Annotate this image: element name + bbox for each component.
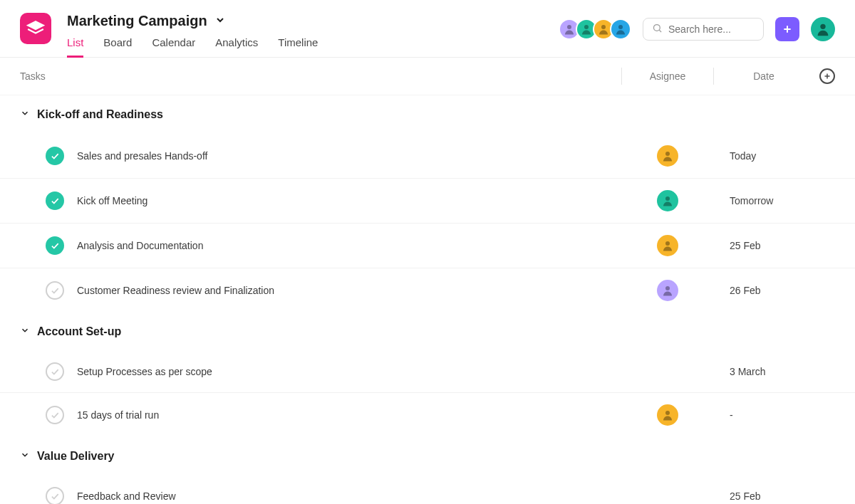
project-title[interactable]: Marketing Campaign [67, 13, 318, 29]
column-date: Date [714, 68, 814, 85]
task-date: 26 Feb [714, 285, 814, 296]
section-title: Value Delivery [37, 450, 115, 463]
svg-point-3 [601, 25, 606, 29]
tab-board[interactable]: Board [103, 36, 132, 57]
check-done-icon[interactable] [46, 191, 64, 210]
section-title: Account Set-up [37, 325, 121, 338]
tab-timeline[interactable]: Timeline [278, 36, 318, 57]
column-assignee: Asignee [621, 68, 714, 85]
task-assignee[interactable] [621, 190, 714, 211]
current-user-avatar[interactable] [811, 17, 835, 41]
section-header[interactable]: Kick-off and Readiness [0, 95, 855, 134]
section-header[interactable]: Account Set-up [0, 313, 855, 351]
section-header[interactable]: Value Delivery [0, 437, 855, 476]
check-done-icon[interactable] [46, 236, 64, 255]
task-title: 15 days of trial run [77, 409, 621, 421]
task-row[interactable]: Customer Readiness review and Finalizati… [0, 268, 855, 313]
new-button[interactable] [775, 17, 799, 41]
task-title: Customer Readiness review and Finalizati… [77, 285, 621, 296]
svg-point-14 [665, 241, 670, 246]
app-header: Marketing Campaign ListBoardCalendarAnal… [0, 0, 855, 58]
project-title-text: Marketing Campaign [67, 13, 207, 29]
check-pending-icon[interactable] [46, 281, 64, 300]
task-title: Feedback and Review [77, 490, 621, 502]
task-date: Tomorrow [714, 195, 814, 206]
task-row[interactable]: Analysis and Documentation25 Feb [0, 224, 855, 268]
task-title: Sales and presales Hands-off [77, 150, 621, 162]
svg-point-15 [665, 286, 670, 290]
check-done-icon[interactable] [46, 147, 64, 165]
task-row[interactable]: Sales and presales Hands-offToday [0, 134, 855, 179]
tab-calendar[interactable]: Calendar [152, 36, 195, 57]
task-assignee[interactable] [621, 235, 714, 256]
assignee-avatar[interactable] [657, 404, 678, 426]
task-row[interactable]: Setup Processes as per scope3 March [0, 351, 855, 393]
add-column-button[interactable] [819, 68, 835, 84]
chevron-down-icon [20, 450, 30, 463]
assignee-avatar[interactable] [657, 190, 678, 211]
task-sections: Kick-off and ReadinessSales and presales… [0, 95, 855, 504]
section: Value DeliveryFeedback and Review25 Feb [0, 437, 855, 504]
svg-point-16 [665, 411, 670, 415]
task-assignee[interactable] [621, 145, 714, 167]
task-date: - [714, 409, 814, 421]
task-date: 3 March [714, 366, 814, 377]
svg-point-13 [665, 196, 670, 201]
section: Kick-off and ReadinessSales and presales… [0, 95, 855, 313]
svg-marker-0 [28, 21, 43, 29]
member-avatar[interactable] [610, 19, 631, 40]
search-icon [652, 23, 663, 36]
assignee-avatar[interactable] [657, 145, 678, 167]
assignee-avatar[interactable] [657, 235, 678, 256]
assignee-avatar[interactable] [657, 280, 678, 301]
task-date: Today [714, 150, 814, 162]
task-date: 25 Feb [714, 240, 814, 251]
tab-list[interactable]: List [67, 36, 83, 58]
task-title: Setup Processes as per scope [77, 366, 621, 377]
svg-point-5 [654, 25, 660, 31]
task-row[interactable]: Kick off MeetingTomorrow [0, 179, 855, 224]
task-row[interactable]: 15 days of trial run- [0, 393, 855, 437]
task-title: Kick off Meeting [77, 195, 621, 206]
view-tabs: ListBoardCalendarAnalyticsTimeline [67, 36, 318, 57]
tab-analytics[interactable]: Analytics [215, 36, 258, 57]
svg-point-2 [584, 25, 589, 29]
task-assignee[interactable] [621, 404, 714, 426]
chevron-down-icon [20, 108, 30, 121]
column-header-row: Tasks Asignee Date [0, 58, 855, 95]
search-input[interactable] [643, 18, 764, 41]
section-title: Kick-off and Readiness [37, 108, 163, 121]
svg-point-1 [567, 25, 571, 29]
app-logo[interactable] [20, 13, 51, 44]
task-row[interactable]: Feedback and Review25 Feb [0, 476, 855, 504]
svg-point-4 [618, 25, 623, 29]
section: Account Set-upSetup Processes as per sco… [0, 313, 855, 437]
svg-point-9 [820, 24, 825, 29]
task-date: 25 Feb [714, 490, 814, 502]
task-assignee[interactable] [621, 280, 714, 301]
chevron-down-icon [20, 325, 30, 338]
check-pending-icon[interactable] [46, 487, 64, 504]
svg-point-12 [665, 152, 670, 156]
svg-line-6 [659, 30, 661, 32]
check-pending-icon[interactable] [46, 362, 64, 381]
check-pending-icon[interactable] [46, 406, 64, 424]
column-tasks: Tasks [20, 70, 621, 82]
member-avatars[interactable] [559, 19, 631, 40]
task-title: Analysis and Documentation [77, 240, 621, 251]
chevron-down-icon [214, 13, 226, 29]
search-field[interactable] [668, 23, 755, 35]
